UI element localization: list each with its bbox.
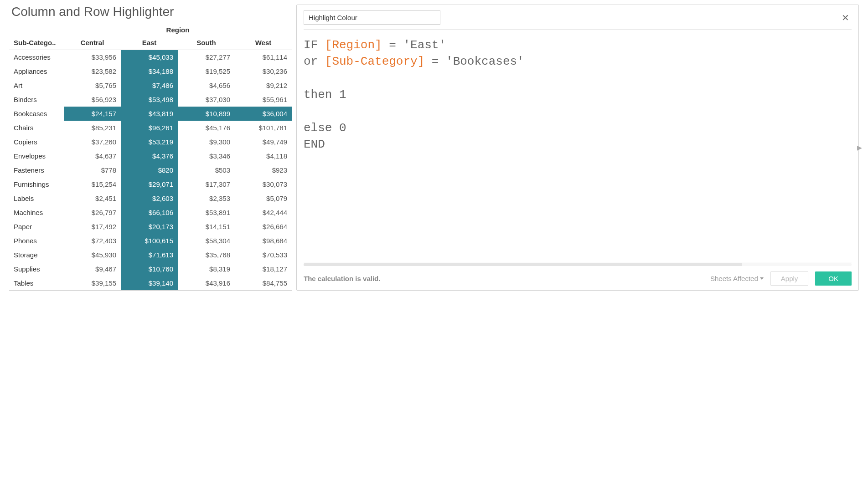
data-cell[interactable]: $42,444 xyxy=(235,205,292,220)
data-cell[interactable]: $30,073 xyxy=(235,177,292,191)
data-cell[interactable]: $98,684 xyxy=(235,234,292,248)
row-header[interactable]: Envelopes xyxy=(9,149,64,163)
data-cell[interactable]: $2,603 xyxy=(121,191,178,205)
column-header[interactable]: East xyxy=(121,36,178,50)
column-header[interactable]: South xyxy=(178,36,235,50)
row-header[interactable]: Art xyxy=(9,78,64,92)
data-cell[interactable]: $9,467 xyxy=(64,262,121,276)
data-cell[interactable]: $35,768 xyxy=(178,248,235,262)
calculation-editor: ✕ IF [Region] = 'East'or [Sub-Category] … xyxy=(296,5,859,291)
table-row: Envelopes$4,637$4,376$3,346$4,118 xyxy=(9,149,292,163)
data-cell[interactable]: $5,079 xyxy=(235,191,292,205)
row-header[interactable]: Tables xyxy=(9,276,64,291)
data-cell[interactable]: $34,188 xyxy=(121,64,178,78)
data-cell[interactable]: $39,140 xyxy=(121,276,178,291)
data-cell[interactable]: $61,114 xyxy=(235,50,292,65)
close-icon[interactable]: ✕ xyxy=(839,12,852,23)
data-cell[interactable]: $33,956 xyxy=(64,50,121,65)
row-header[interactable]: Paper xyxy=(9,220,64,234)
data-cell[interactable]: $14,151 xyxy=(178,220,235,234)
data-cell[interactable]: $43,819 xyxy=(121,107,178,121)
data-cell[interactable]: $7,486 xyxy=(121,78,178,92)
data-cell[interactable]: $45,033 xyxy=(121,50,178,65)
row-header[interactable]: Furnishings xyxy=(9,177,64,191)
data-cell[interactable]: $820 xyxy=(121,163,178,177)
data-cell[interactable]: $5,765 xyxy=(64,78,121,92)
data-cell[interactable]: $9,300 xyxy=(178,135,235,149)
row-header[interactable]: Bookcases xyxy=(9,107,64,121)
data-cell[interactable]: $37,030 xyxy=(178,92,235,107)
data-cell[interactable]: $15,254 xyxy=(64,177,121,191)
row-header[interactable]: Chairs xyxy=(9,121,64,135)
row-header[interactable]: Accessories xyxy=(9,50,64,65)
data-cell[interactable]: $2,451 xyxy=(64,191,121,205)
data-cell[interactable]: $37,260 xyxy=(64,135,121,149)
data-cell[interactable]: $10,760 xyxy=(121,262,178,276)
data-cell[interactable]: $71,613 xyxy=(121,248,178,262)
data-cell[interactable]: $66,106 xyxy=(121,205,178,220)
column-header[interactable]: Central xyxy=(64,36,121,50)
data-cell[interactable]: $30,236 xyxy=(235,64,292,78)
table-row: Fasteners$778$820$503$923 xyxy=(9,163,292,177)
data-cell[interactable]: $36,004 xyxy=(235,107,292,121)
row-header[interactable]: Machines xyxy=(9,205,64,220)
data-cell[interactable]: $20,173 xyxy=(121,220,178,234)
data-cell[interactable]: $84,755 xyxy=(235,276,292,291)
data-cell[interactable]: $53,891 xyxy=(178,205,235,220)
row-header[interactable]: Supplies xyxy=(9,262,64,276)
ok-button[interactable]: OK xyxy=(815,271,852,286)
data-cell[interactable]: $72,403 xyxy=(64,234,121,248)
data-cell[interactable]: $923 xyxy=(235,163,292,177)
data-cell[interactable]: $10,899 xyxy=(178,107,235,121)
data-cell[interactable]: $3,346 xyxy=(178,149,235,163)
row-header[interactable]: Storage xyxy=(9,248,64,262)
data-cell[interactable]: $55,961 xyxy=(235,92,292,107)
data-cell[interactable]: $70,533 xyxy=(235,248,292,262)
data-cell[interactable]: $58,304 xyxy=(178,234,235,248)
data-cell[interactable]: $8,319 xyxy=(178,262,235,276)
data-cell[interactable]: $53,219 xyxy=(121,135,178,149)
data-cell[interactable]: $17,492 xyxy=(64,220,121,234)
data-cell[interactable]: $4,118 xyxy=(235,149,292,163)
data-cell[interactable]: $9,212 xyxy=(235,78,292,92)
data-cell[interactable]: $49,749 xyxy=(235,135,292,149)
row-header[interactable]: Copiers xyxy=(9,135,64,149)
column-header[interactable]: West xyxy=(235,36,292,50)
row-header[interactable]: Labels xyxy=(9,191,64,205)
row-header[interactable]: Phones xyxy=(9,234,64,248)
row-header[interactable]: Fasteners xyxy=(9,163,64,177)
data-cell[interactable]: $101,781 xyxy=(235,121,292,135)
data-cell[interactable]: $778 xyxy=(64,163,121,177)
data-cell[interactable]: $18,127 xyxy=(235,262,292,276)
data-cell[interactable]: $4,637 xyxy=(64,149,121,163)
data-cell[interactable]: $96,261 xyxy=(121,121,178,135)
data-cell[interactable]: $100,615 xyxy=(121,234,178,248)
row-header[interactable]: Appliances xyxy=(9,64,64,78)
data-cell[interactable]: $43,916 xyxy=(178,276,235,291)
data-cell[interactable]: $26,797 xyxy=(64,205,121,220)
data-cell[interactable]: $85,231 xyxy=(64,121,121,135)
data-cell[interactable]: $4,376 xyxy=(121,149,178,163)
data-cell[interactable]: $4,656 xyxy=(178,78,235,92)
data-cell[interactable]: $503 xyxy=(178,163,235,177)
formula-textarea[interactable]: IF [Region] = 'East'or [Sub-Category] = … xyxy=(304,34,852,259)
data-cell[interactable]: $45,930 xyxy=(64,248,121,262)
data-cell[interactable]: $29,071 xyxy=(121,177,178,191)
data-cell[interactable]: $53,498 xyxy=(121,92,178,107)
data-cell[interactable]: $19,525 xyxy=(178,64,235,78)
data-cell[interactable]: $39,155 xyxy=(64,276,121,291)
data-cell[interactable]: $27,277 xyxy=(178,50,235,65)
data-cell[interactable]: $56,923 xyxy=(64,92,121,107)
sheets-affected-dropdown[interactable]: Sheets Affected xyxy=(710,275,764,282)
apply-button[interactable]: Apply xyxy=(770,271,809,286)
calc-name-input[interactable] xyxy=(304,10,440,25)
row-header[interactable]: Binders xyxy=(9,92,64,107)
data-cell[interactable]: $23,582 xyxy=(64,64,121,78)
horizontal-scrollbar[interactable] xyxy=(304,263,852,266)
expand-arrow-icon[interactable]: ▶ xyxy=(857,144,862,151)
data-cell[interactable]: $45,176 xyxy=(178,121,235,135)
data-cell[interactable]: $17,307 xyxy=(178,177,235,191)
data-cell[interactable]: $2,353 xyxy=(178,191,235,205)
data-cell[interactable]: $26,664 xyxy=(235,220,292,234)
data-cell[interactable]: $24,157 xyxy=(64,107,121,121)
